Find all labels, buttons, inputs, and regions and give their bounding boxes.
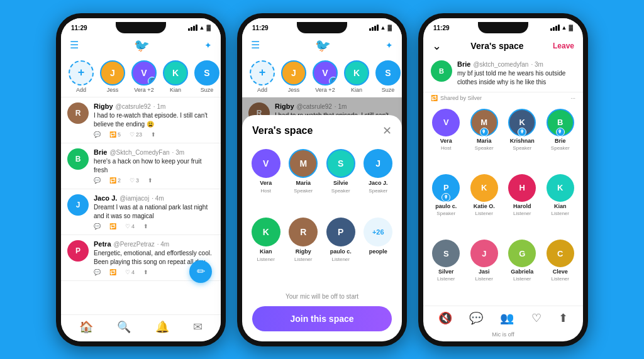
story-suze[interactable]: S Suze bbox=[193, 60, 221, 93]
reply-action-2[interactable]: 💬 bbox=[94, 177, 101, 184]
leave-button[interactable]: Leave bbox=[553, 41, 574, 50]
like-action-2[interactable]: ♡ 3 bbox=[130, 177, 139, 184]
shared-icon: 🔁 bbox=[431, 95, 438, 101]
suze-avatar[interactable]: S bbox=[194, 60, 219, 86]
maria-p-avatar[interactable]: M bbox=[289, 149, 318, 178]
mic-off-icon[interactable]: 🔇 bbox=[438, 311, 452, 325]
like-3[interactable]: ♡ 4 bbox=[125, 223, 135, 229]
share-action-2[interactable]: ⬆ bbox=[148, 177, 153, 184]
jess-avatar[interactable]: J bbox=[100, 60, 125, 86]
kian-avatar[interactable]: K bbox=[163, 60, 188, 86]
story-kian[interactable]: K Kian bbox=[162, 60, 189, 93]
nav-notifications[interactable]: 🔔 bbox=[155, 320, 169, 334]
share-3[interactable]: ⬆ bbox=[143, 223, 148, 229]
room-pinned-tweet: B Brie @sktch_comedyfan · 3m my bf just … bbox=[423, 55, 583, 92]
retweet-3[interactable]: 🔁 bbox=[109, 223, 116, 229]
participant-plus[interactable]: +26 people bbox=[362, 218, 395, 282]
signal-icon-3 bbox=[550, 25, 560, 31]
room-brie-av[interactable]: B 🎙 bbox=[547, 109, 574, 136]
reply-3[interactable]: 💬 bbox=[94, 223, 101, 229]
tweet-jaco[interactable]: J Jaco J. @iamjacoj · 4m Dreamt I was at… bbox=[61, 189, 221, 235]
room-kian-avatar[interactable]: K bbox=[547, 174, 574, 202]
room-vera-avatar[interactable]: V bbox=[432, 109, 460, 136]
suze-avatar-2[interactable]: S bbox=[375, 60, 401, 86]
status-icons-2: ▲ ▓ bbox=[369, 25, 392, 31]
people-icon[interactable]: 👥 bbox=[500, 311, 514, 325]
share-icon[interactable]: ⬆ bbox=[558, 311, 568, 325]
sparkle-icon[interactable]: ✦ bbox=[204, 40, 212, 50]
add-label-2: Add bbox=[257, 87, 267, 93]
menu-icon[interactable]: ☰ bbox=[70, 39, 79, 51]
nav-home[interactable]: 🏠 bbox=[79, 320, 93, 334]
room-bottom-nav: 🔇 💬 👥 ♡ ⬆ bbox=[423, 306, 583, 330]
space-close-icon[interactable]: ✕ bbox=[382, 124, 392, 138]
share-action[interactable]: ⬆ bbox=[151, 131, 156, 138]
compose-fab[interactable]: ✏ bbox=[189, 260, 212, 283]
reply-action[interactable]: 💬 bbox=[94, 131, 101, 138]
room-cleve-name: Cleve bbox=[553, 268, 568, 275]
jess-avatar-2[interactable]: J bbox=[281, 60, 306, 86]
room-maria-avatar[interactable]: M 🎙 bbox=[470, 109, 498, 136]
reply-4[interactable]: 💬 bbox=[94, 269, 101, 275]
kian-p-avatar[interactable]: K bbox=[252, 218, 280, 246]
add-story-avatar[interactable]: + bbox=[69, 60, 94, 86]
notch-1 bbox=[116, 22, 166, 33]
silvie-p-role: Speaker bbox=[331, 188, 350, 194]
plus-people-avatar[interactable]: +26 bbox=[364, 218, 392, 246]
room-harold-avatar[interactable]: H bbox=[508, 174, 536, 202]
menu-icon-2[interactable]: ☰ bbox=[251, 39, 260, 51]
story-kian-2[interactable]: K Kian bbox=[343, 60, 370, 93]
retweet-4[interactable]: 🔁 bbox=[109, 269, 116, 275]
story-jess-2[interactable]: J Jess bbox=[280, 60, 308, 93]
room-brie-role: Speaker bbox=[551, 145, 570, 151]
chat-icon[interactable]: 💬 bbox=[469, 311, 483, 325]
room-krishnan-avatar[interactable]: K 🎙 bbox=[508, 109, 536, 136]
room-katie-avatar[interactable]: K bbox=[470, 174, 498, 202]
participant-jaco: J Jaco J. Speaker bbox=[362, 149, 395, 213]
vera-avatar-2[interactable]: V 🎵 bbox=[313, 60, 338, 86]
retweet-action-2[interactable]: 🔁 2 bbox=[109, 177, 121, 184]
kian-avatar-2[interactable]: K bbox=[344, 60, 369, 86]
room-silver-avatar[interactable]: S bbox=[432, 240, 460, 267]
like-4[interactable]: ♡ 4 bbox=[125, 269, 135, 275]
silvie-p-avatar[interactable]: S bbox=[326, 149, 355, 178]
paulo-p-avatar[interactable]: P bbox=[326, 218, 355, 246]
story-vera-2[interactable]: V 🎵 Vera +2 bbox=[311, 60, 339, 93]
vera-p-avatar[interactable]: V bbox=[252, 149, 280, 178]
story-jess[interactable]: J Jess bbox=[99, 60, 126, 93]
room-cleve-avatar[interactable]: C bbox=[547, 240, 574, 267]
story-suze-2[interactable]: S Suze bbox=[374, 60, 402, 93]
tweet-brie[interactable]: B Brie @Sktch_ComedyFan · 3m here's a ha… bbox=[61, 143, 221, 189]
back-chevron-icon[interactable]: ⌄ bbox=[432, 39, 441, 53]
space-popup: Vera's space ✕ V Vera Host M Maria Speak… bbox=[242, 115, 402, 341]
brie-name: Brie bbox=[94, 148, 107, 156]
room-jasi-avatar[interactable]: J bbox=[470, 240, 498, 267]
retweet-action[interactable]: 🔁 5 bbox=[109, 131, 121, 138]
story-vera[interactable]: V 🎵 Vera +2 bbox=[130, 60, 158, 93]
jaco-p-avatar[interactable]: J bbox=[364, 149, 392, 178]
room-paulo-role: Speaker bbox=[436, 211, 455, 216]
story-add[interactable]: + Add bbox=[67, 60, 95, 93]
status-icons-3: ▲ ▓ bbox=[550, 25, 573, 31]
room-silver-name: Silver bbox=[438, 268, 454, 275]
room-kian-name: Kian bbox=[554, 203, 567, 209]
room-paulo-avatar[interactable]: P 🎙 bbox=[432, 174, 460, 202]
room-gabriela-avatar[interactable]: G bbox=[508, 240, 536, 267]
battery-icon-2: ▓ bbox=[387, 25, 392, 31]
heart-icon[interactable]: ♡ bbox=[531, 311, 541, 325]
story-add-2[interactable]: + Add bbox=[248, 60, 276, 93]
join-space-button[interactable]: Join this space bbox=[252, 306, 392, 331]
like-action[interactable]: ♡ 23 bbox=[130, 131, 142, 138]
add-story-2[interactable]: + bbox=[250, 60, 275, 86]
more-icon[interactable]: ··· bbox=[570, 95, 575, 101]
nav-messages[interactable]: ✉ bbox=[193, 320, 203, 334]
phone-2: 11:29 ▲ ▓ ☰ 🐦 ✦ + Add J Jess bbox=[237, 13, 407, 346]
space-footer: Your mic will be off to start Join this … bbox=[242, 287, 402, 341]
vera-avatar[interactable]: V 🎵 bbox=[131, 60, 157, 86]
rigby-p-avatar[interactable]: R bbox=[289, 218, 318, 246]
share-4[interactable]: ⬆ bbox=[143, 269, 148, 275]
nav-search[interactable]: 🔍 bbox=[117, 320, 131, 334]
tweet-rigby[interactable]: R Rigby @catsrule92 · 1m I had to re-wat… bbox=[61, 97, 221, 143]
kian-p-role: Listener bbox=[257, 257, 275, 262]
sparkle-icon-2[interactable]: ✦ bbox=[386, 40, 393, 50]
